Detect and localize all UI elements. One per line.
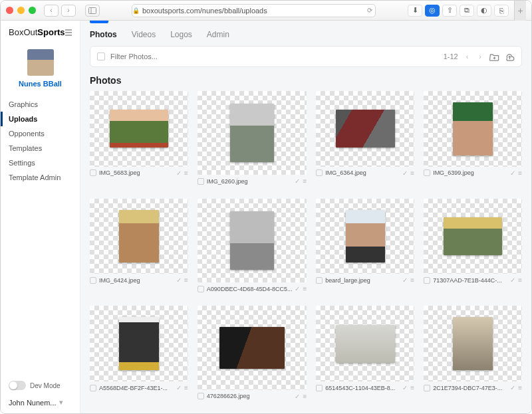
team-name[interactable]: Nunes BBall — [19, 80, 62, 88]
sidebar-item-settings[interactable]: Settings — [1, 155, 80, 170]
download-icon[interactable]: ⬇ — [408, 5, 422, 17]
prev-page-button[interactable]: ‹ — [464, 52, 471, 60]
photo-card[interactable]: IMG_6399.jpeg ✓ ≡ — [424, 91, 522, 189]
more-icon[interactable]: ≡ — [303, 285, 307, 292]
photo-thumbnail[interactable] — [424, 91, 522, 167]
contrast-icon[interactable]: ◐ — [477, 5, 491, 17]
photo-thumbnail[interactable] — [316, 306, 414, 381]
photo-checkbox[interactable] — [316, 385, 323, 391]
approve-icon[interactable]: ✓ — [510, 169, 515, 177]
approve-icon[interactable]: ✓ — [510, 384, 515, 391]
forward-button[interactable]: › — [61, 5, 76, 17]
photo-card[interactable]: IMG_6424.jpeg ✓ ≡ — [90, 199, 188, 297]
sidebar-item-graphics[interactable]: Graphics — [1, 97, 80, 112]
more-icon[interactable]: ≡ — [410, 384, 414, 391]
toggle-switch[interactable] — [9, 381, 26, 390]
more-icon[interactable]: ≡ — [518, 276, 522, 284]
photo-card[interactable]: 476286626.jpeg ✓ ≡ — [198, 306, 307, 404]
dev-mode-toggle[interactable]: Dev Mode — [9, 381, 72, 390]
approve-icon[interactable]: ✓ — [176, 276, 182, 284]
photo-thumbnail[interactable] — [90, 306, 188, 381]
extension-icon[interactable]: ◎ — [425, 5, 440, 17]
photo-checkbox[interactable] — [424, 277, 430, 284]
approve-icon[interactable]: ✓ — [402, 276, 408, 284]
photo-checkbox[interactable] — [198, 178, 204, 185]
copy-icon[interactable]: ⎘ — [494, 5, 509, 17]
photo-checkbox[interactable] — [424, 169, 430, 176]
photo-thumbnail[interactable] — [316, 199, 414, 274]
approve-icon[interactable]: ✓ — [402, 384, 408, 391]
more-icon[interactable]: ≡ — [410, 169, 414, 177]
address-bar[interactable]: 🔒 boxoutsports.com/nunes/bball/uploads ⟳ — [132, 4, 376, 17]
photo-card[interactable]: 71307AAD-7E1B-444C-... ✓ ≡ — [424, 199, 522, 297]
photo-thumbnail[interactable] — [424, 306, 522, 381]
tab-videos[interactable]: Videos — [132, 30, 156, 39]
tabs-icon[interactable]: ⧉ — [460, 5, 474, 17]
new-tab-button[interactable]: + — [514, 1, 526, 21]
current-user[interactable]: John Nunem... ▾ — [9, 398, 72, 407]
photo-checkbox[interactable] — [90, 277, 96, 284]
photo-checkbox[interactable] — [316, 277, 323, 284]
back-button[interactable]: ‹ — [44, 5, 59, 17]
maximize-window-button[interactable] — [29, 7, 36, 14]
menu-icon[interactable] — [65, 29, 72, 36]
select-all-checkbox[interactable] — [97, 52, 105, 60]
approve-icon[interactable]: ✓ — [510, 276, 515, 284]
sidebar-item-uploads[interactable]: Uploads — [1, 112, 80, 126]
more-icon[interactable]: ≡ — [518, 169, 522, 177]
more-icon[interactable]: ≡ — [184, 276, 188, 284]
reload-icon[interactable]: ⟳ — [367, 7, 375, 14]
sidebar-item-template-admin[interactable]: Template Admin — [1, 170, 80, 185]
photo-card[interactable]: IMG_6364.jpeg ✓ ≡ — [316, 91, 414, 189]
more-icon[interactable]: ≡ — [184, 169, 188, 177]
sidebar-item-opponents[interactable]: Opponents — [1, 126, 80, 141]
tab-admin[interactable]: Admin — [207, 30, 229, 39]
photo-checkbox[interactable] — [424, 385, 430, 391]
filter-input[interactable] — [110, 52, 438, 60]
approve-icon[interactable]: ✓ — [176, 169, 182, 177]
sidebar-nav: GraphicsUploadsOpponentsTemplatesSetting… — [1, 97, 80, 185]
more-icon[interactable]: ≡ — [410, 276, 414, 284]
photo-thumbnail[interactable] — [424, 199, 522, 274]
photo-checkbox[interactable] — [90, 169, 96, 176]
photo-checkbox[interactable] — [316, 169, 323, 176]
sidebar-toggle-button[interactable] — [85, 5, 100, 17]
new-folder-button[interactable] — [489, 52, 499, 62]
next-page-button[interactable]: › — [476, 52, 484, 60]
more-icon[interactable]: ≡ — [518, 384, 522, 391]
photo-checkbox[interactable] — [198, 286, 204, 292]
team-avatar[interactable] — [27, 49, 54, 76]
photo-thumbnail[interactable] — [316, 91, 414, 167]
photo-filename: IMG_6424.jpeg — [99, 277, 174, 284]
more-icon[interactable]: ≡ — [303, 177, 307, 185]
sidebar-item-templates[interactable]: Templates — [1, 141, 80, 155]
photo-card[interactable]: A5568D4E-BF2F-43E1-... ✓ ≡ — [90, 306, 188, 404]
photo-card[interactable]: 2C1E7394-DBC7-47E3-... ✓ ≡ — [424, 306, 522, 404]
photo-checkbox[interactable] — [198, 393, 204, 399]
photo-card[interactable]: IMG_5683.jpeg ✓ ≡ — [90, 91, 188, 189]
tab-photos[interactable]: Photos — [90, 30, 117, 39]
approve-icon[interactable]: ✓ — [402, 169, 408, 177]
photo-card[interactable]: IMG_6260.jpeg ✓ ≡ — [198, 91, 307, 189]
photo-checkbox[interactable] — [90, 385, 96, 391]
photo-card[interactable]: A090DBEC-4D68-45D4-8CC5... ✓ ≡ — [198, 199, 307, 297]
photo-thumbnail[interactable] — [90, 91, 188, 167]
more-icon[interactable]: ≡ — [184, 384, 188, 391]
photo-card[interactable]: 6514543C-1104-43EB-8... ✓ ≡ — [316, 306, 414, 404]
nav-buttons: ‹ › — [44, 5, 76, 17]
tab-logos[interactable]: Logos — [170, 30, 192, 39]
more-icon[interactable]: ≡ — [303, 393, 307, 400]
approve-icon[interactable]: ✓ — [295, 393, 300, 400]
close-window-button[interactable] — [6, 7, 13, 14]
photo-thumbnail[interactable] — [90, 199, 188, 274]
photo-thumbnail[interactable] — [198, 91, 307, 175]
approve-icon[interactable]: ✓ — [295, 285, 300, 292]
photo-thumbnail[interactable] — [198, 199, 307, 282]
approve-icon[interactable]: ✓ — [295, 177, 300, 185]
upload-button[interactable] — [505, 52, 515, 62]
photo-thumbnail[interactable] — [198, 306, 307, 389]
share-icon[interactable]: ⇪ — [442, 5, 457, 17]
minimize-window-button[interactable] — [17, 7, 25, 14]
photo-card[interactable]: beard_large.jpeg ✓ ≡ — [316, 199, 414, 297]
approve-icon[interactable]: ✓ — [176, 384, 182, 391]
